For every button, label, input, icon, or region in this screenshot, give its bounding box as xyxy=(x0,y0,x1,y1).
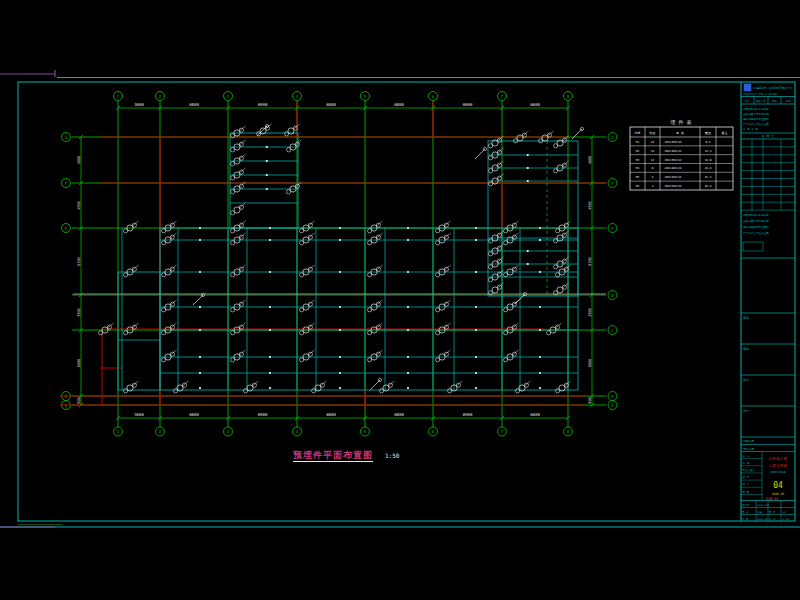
pt-cell: -250×250×10 xyxy=(663,140,682,144)
plate-dot xyxy=(539,239,541,241)
plate-marker xyxy=(239,128,243,132)
plate-dot xyxy=(539,306,541,308)
plate-marker xyxy=(489,144,493,148)
rev-header: 修改内容 xyxy=(756,99,767,103)
note-line: 本图纸版权归本院所有 xyxy=(743,213,769,217)
plate-marker xyxy=(320,383,324,387)
sign-row-label: 设 计 xyxy=(743,482,750,486)
plate-marker xyxy=(308,352,312,356)
rev-header: 签名 xyxy=(772,99,778,103)
plate-marker xyxy=(231,148,235,152)
plate-marker xyxy=(512,267,516,271)
grid-bubble-left-label: F xyxy=(65,181,68,186)
section-mark xyxy=(475,149,485,159)
plate-marker xyxy=(444,223,448,227)
drawing-title-text: 预埋件平面布置图 xyxy=(293,450,373,462)
bf-value: 1:50 xyxy=(783,518,790,521)
plate-marker xyxy=(489,169,493,173)
dim-text-bottom: 6900 xyxy=(463,412,473,417)
plate-marker xyxy=(376,235,380,239)
bf-label: 设计号 xyxy=(742,503,750,507)
release-number: 结施-04 xyxy=(766,497,779,501)
plate-dot xyxy=(199,271,201,273)
grid-bubble-left-label: E xyxy=(65,226,68,231)
plate-marker xyxy=(489,278,493,282)
plate-marker xyxy=(556,389,560,393)
section-mark xyxy=(257,126,267,136)
plate-marker xyxy=(436,308,440,312)
sign-row-label: 专业负责人 xyxy=(743,468,756,472)
plate-marker xyxy=(300,331,304,335)
bf-value: 2016.05 xyxy=(757,518,768,521)
bf-value: 04 xyxy=(783,511,787,514)
plate-marker xyxy=(497,259,501,263)
plate-marker xyxy=(368,241,372,245)
plate-marker xyxy=(368,308,372,312)
bf-value: 结施 xyxy=(757,510,763,514)
plate-marker xyxy=(497,150,501,154)
grid-bubble-right-label: F xyxy=(611,181,614,186)
plate-marker xyxy=(554,144,558,148)
sign-row-label: 审 核 xyxy=(743,461,750,465)
plate-dot xyxy=(339,372,341,374)
plate-marker xyxy=(562,259,566,263)
section-label: 审核 xyxy=(743,347,749,351)
grid-bubble-right-label: G xyxy=(611,135,614,140)
plate-dot xyxy=(527,154,529,156)
grid-bubble-left-label: G xyxy=(65,135,68,140)
plate-dot xyxy=(199,227,201,229)
plate-marker xyxy=(489,182,493,186)
plate-marker xyxy=(239,184,243,188)
plate-marker xyxy=(444,302,448,306)
grid-bubble-bottom-label: 8 xyxy=(567,429,570,434)
dim-text-bottom: 6800 xyxy=(189,412,199,417)
stamp-date: 2016.05 xyxy=(772,492,785,496)
grid-bubble-top-label: 1 xyxy=(117,94,120,99)
rev-header: 日期 xyxy=(785,99,791,103)
pt-cell: 46.0 xyxy=(705,184,712,188)
grid-bubble-right-label: D xyxy=(611,293,614,298)
plate-marker xyxy=(376,302,380,306)
plate-marker xyxy=(489,239,493,243)
plate-marker xyxy=(162,229,166,233)
dim-text-right: 6700 xyxy=(588,257,592,265)
plate-dot xyxy=(475,387,477,389)
plate-dot xyxy=(407,227,409,229)
plate-marker xyxy=(239,170,243,174)
plate-marker xyxy=(231,273,235,277)
plate-marker xyxy=(287,148,291,152)
plate-marker xyxy=(504,331,508,335)
company-name: ××建筑设计研究院有限公司 xyxy=(753,86,792,90)
plate-dot xyxy=(266,174,268,176)
plate-dot xyxy=(269,271,271,273)
plate-marker xyxy=(376,223,380,227)
pt-cell: M4 xyxy=(636,166,640,170)
cad-canvas: ××建筑设计研究院有限公司工程设计证书 甲级 A-1234567版次修改内容签名… xyxy=(0,0,800,600)
plate-dot xyxy=(269,356,271,358)
dim-text-top: 6900 xyxy=(463,102,473,107)
plate-marker xyxy=(285,132,289,136)
plate-marker xyxy=(444,235,448,239)
plate-marker xyxy=(489,252,493,256)
section-label: 设计 xyxy=(743,409,749,413)
plate-marker xyxy=(556,229,560,233)
plate-marker xyxy=(239,156,243,160)
plate-marker xyxy=(308,267,312,271)
plate-marker xyxy=(170,302,174,306)
pt-cell: M1 xyxy=(636,140,640,144)
plate-dot xyxy=(269,306,271,308)
plate-marker xyxy=(497,138,501,142)
plate-marker xyxy=(174,389,178,393)
dim-text-bottom: 3600 xyxy=(134,412,144,417)
plate-marker xyxy=(162,273,166,277)
plate-dot xyxy=(199,329,201,331)
plate-dot xyxy=(527,167,529,169)
plate-dot xyxy=(475,271,477,273)
plate-marker xyxy=(436,229,440,233)
bf-label: 图 别 xyxy=(742,510,749,514)
plate-dot xyxy=(339,356,341,358)
grid-bubble-bottom-label: 1 xyxy=(117,429,120,434)
dim-text-right: 4500 xyxy=(588,201,592,209)
plate-marker xyxy=(231,176,235,180)
stamp-note: 仅限本工程使用 xyxy=(770,471,786,474)
